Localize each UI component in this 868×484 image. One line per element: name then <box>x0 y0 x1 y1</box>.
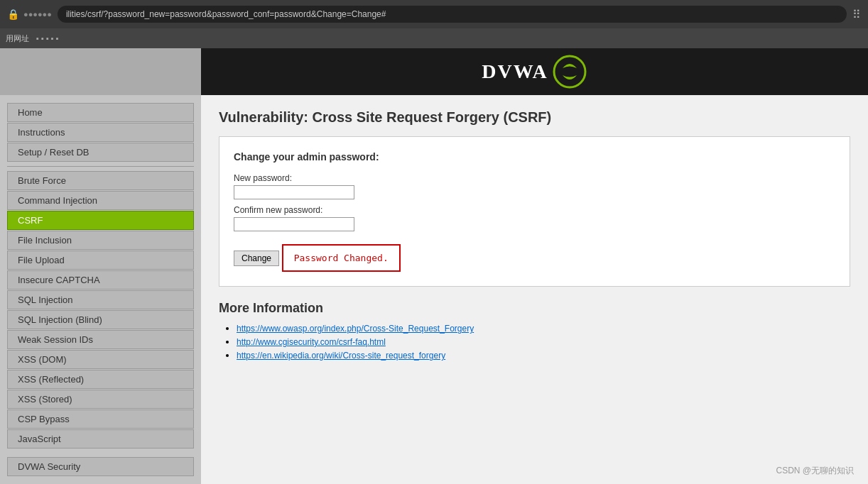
new-password-row: New password: <box>234 173 835 199</box>
new-password-label: New password: <box>234 173 835 183</box>
site-info: ●●●●●● <box>23 10 52 18</box>
csrf-form-box: Change your admin password: New password… <box>219 136 850 287</box>
sidebar-item-insecure-captcha[interactable]: Insecure CAPTCHA <box>7 270 194 290</box>
form-title: Change your admin password: <box>234 151 835 163</box>
sidebar-item-command-injection[interactable]: Command Injection <box>7 191 194 210</box>
dvwa-logo: DVWA <box>482 54 587 89</box>
url-text: ilities/csrf/?password_new=password&pass… <box>66 9 386 19</box>
sidebar-item-file-inclusion[interactable]: File Inclusion <box>7 231 194 250</box>
more-info-link-3[interactable]: https://en.wikipedia.org/wiki/Cross-site… <box>237 351 445 361</box>
new-password-input[interactable] <box>234 185 354 199</box>
security-icon: 🔒 <box>7 9 19 20</box>
sidebar-item-csrf[interactable]: CSRF <box>7 211 194 230</box>
dvwa-logo-circle <box>552 54 587 89</box>
page-title: Vulnerability: Cross Site Request Forger… <box>219 109 850 126</box>
page-content: DVWA Home Instructions Setup / Reset DB … <box>0 48 868 484</box>
confirm-password-row: Confirm new password: <box>234 205 835 231</box>
confirm-password-label: Confirm new password: <box>234 205 835 215</box>
change-button[interactable]: Change <box>234 251 279 266</box>
sidebar-item-home[interactable]: Home <box>7 103 194 122</box>
more-info-item-2: http://www.cgisecurity.com/csrf-faq.html <box>237 336 850 347</box>
more-info-title: More Information <box>219 301 850 316</box>
main-layout: Home Instructions Setup / Reset DB Brute… <box>0 95 868 484</box>
sidebar-item-setup[interactable]: Setup / Reset DB <box>7 143 194 162</box>
bookmark-label: 用网址 <box>6 33 29 44</box>
more-info-link-1[interactable]: https://www.owasp.org/index.php/Cross-Si… <box>237 324 474 334</box>
success-message: Password Changed. <box>282 244 401 272</box>
dvwa-logo-text: DVWA <box>482 60 548 83</box>
more-info-item-3: https://en.wikipedia.org/wiki/Cross-site… <box>237 350 850 361</box>
sidebar-item-instructions[interactable]: Instructions <box>7 123 194 142</box>
sidebar-item-xss-reflected[interactable]: XSS (Reflected) <box>7 370 194 389</box>
sidebar-item-xss-stored[interactable]: XSS (Stored) <box>7 390 194 409</box>
address-bar[interactable]: ilities/csrf/?password_new=password&pass… <box>58 6 847 23</box>
confirm-password-input[interactable] <box>234 217 354 231</box>
dvwa-header: DVWA <box>201 48 868 95</box>
sidebar-divider-1 <box>7 166 194 167</box>
svg-point-0 <box>554 56 585 87</box>
sidebar-item-xss-dom[interactable]: XSS (DOM) <box>7 350 194 369</box>
browser-chrome: 🔒 ●●●●●● ilities/csrf/?password_new=pass… <box>0 0 868 28</box>
sidebar: Home Instructions Setup / Reset DB Brute… <box>0 95 201 484</box>
sidebar-item-csp-bypass[interactable]: CSP Bypass <box>7 409 194 429</box>
more-info-link-2[interactable]: http://www.cgisecurity.com/csrf-faq.html <box>237 337 386 347</box>
sidebar-spacer <box>0 449 201 456</box>
sidebar-item-javascript[interactable]: JavaScript <box>7 429 194 449</box>
more-info-item-1: https://www.owasp.org/index.php/Cross-Si… <box>237 323 850 334</box>
more-info-section: More Information https://www.owasp.org/i… <box>219 301 850 361</box>
bookmark-icons: ▪ ▪ ▪ ▪ ▪ <box>36 34 59 43</box>
more-info-list: https://www.owasp.org/index.php/Cross-Si… <box>219 323 850 361</box>
sidebar-item-sql-injection[interactable]: SQL Injection <box>7 290 194 309</box>
sidebar-item-weak-session[interactable]: Weak Session IDs <box>7 330 194 349</box>
sidebar-item-dvwa-security[interactable]: DVWA Security <box>7 457 194 476</box>
bookmark-item[interactable]: 用网址 <box>6 33 29 44</box>
main-content: Vulnerability: Cross Site Request Forger… <box>201 95 868 484</box>
sidebar-item-file-upload[interactable]: File Upload <box>7 251 194 270</box>
sidebar-item-brute-force[interactable]: Brute Force <box>7 171 194 190</box>
browser-controls: 🔒 ●●●●●● <box>7 9 52 20</box>
watermark: CSDN @无聊的知识 <box>776 465 854 477</box>
bookmarks-bar: 用网址 ▪ ▪ ▪ ▪ ▪ <box>0 28 868 48</box>
sidebar-item-sql-injection-blind[interactable]: SQL Injection (Blind) <box>7 310 194 329</box>
browser-menu-icon[interactable]: ⠿ <box>852 8 861 21</box>
